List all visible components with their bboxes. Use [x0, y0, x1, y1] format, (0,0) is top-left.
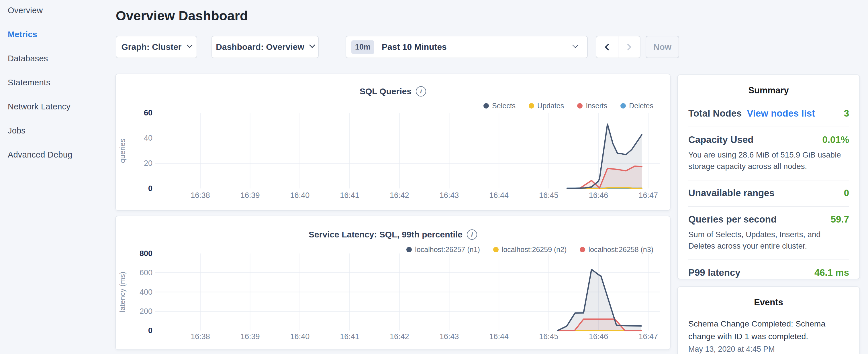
- event-timestamp: May 13, 2020 at 4:45 PM: [688, 345, 849, 354]
- sidebar-item-advanced-debug[interactable]: Advanced Debug: [8, 150, 115, 160]
- toolbar-divider: [333, 36, 333, 58]
- legend-label: localhost:26258 (n3): [588, 246, 653, 254]
- time-range-badge: 10m: [351, 40, 374, 54]
- sidebar-item-network-latency[interactable]: Network Latency: [8, 102, 115, 111]
- x-tick-label: 16:41: [340, 191, 359, 200]
- y-tick-label: 0: [148, 184, 152, 193]
- y-tick-label: 200: [140, 307, 152, 316]
- legend-label: Inserts: [586, 102, 607, 110]
- x-tick-label: 16:39: [241, 191, 260, 200]
- y-tick-label: 0: [148, 326, 152, 335]
- x-tick-label: 16:45: [539, 332, 559, 341]
- x-tick-label: 16:44: [489, 332, 509, 341]
- legend-dot-icon: [484, 103, 489, 108]
- sidebar-item-jobs[interactable]: Jobs: [8, 126, 115, 135]
- summary-row-label: Unavailable ranges: [688, 188, 775, 198]
- sidebar-item-metrics[interactable]: Metrics: [8, 30, 115, 39]
- sidebar-item-databases[interactable]: Databases: [8, 54, 115, 63]
- sidebar-item-statements[interactable]: Statements: [8, 78, 115, 87]
- summary-row-description: Sum of Selects, Updates, Inserts, and De…: [688, 229, 849, 252]
- x-tick-label: 16:43: [440, 332, 459, 341]
- sql-queries-plot-area: [155, 113, 660, 189]
- view-nodes-list-link[interactable]: View nodes list: [747, 108, 815, 119]
- time-step-buttons: [596, 36, 641, 58]
- info-icon[interactable]: i: [467, 229, 477, 240]
- summary-row: Queries per second59.7Sum of Selects, Up…: [688, 207, 849, 260]
- legend-label: localhost:26259 (n2): [502, 246, 567, 254]
- chart-legend: localhost:26257 (n1)localhost:26259 (n2)…: [406, 246, 653, 254]
- legend-label: Selects: [492, 102, 516, 110]
- info-icon[interactable]: i: [416, 86, 426, 97]
- legend-item[interactable]: Updates: [529, 102, 564, 110]
- summary-row-label: Total Nodes: [688, 108, 742, 119]
- legend-item[interactable]: Inserts: [577, 102, 607, 110]
- service-latency-chart-card: Service Latency: SQL, 99th percentile i …: [115, 216, 671, 350]
- legend-label: Deletes: [629, 102, 653, 110]
- graph-scope-dropdown[interactable]: Graph: Cluster: [116, 36, 197, 58]
- summary-row-value: 3: [844, 108, 849, 119]
- legend-item[interactable]: localhost:26259 (n2): [493, 246, 567, 254]
- legend-item[interactable]: Deletes: [620, 102, 653, 110]
- sidebar-item-overview[interactable]: Overview: [8, 6, 115, 15]
- y-axis-unit-label: queries: [118, 113, 127, 189]
- legend-dot-icon: [406, 247, 412, 252]
- summary-row-value: 0: [844, 188, 849, 198]
- summary-rows: Total NodesView nodes list3Capacity Used…: [678, 96, 859, 286]
- time-step-forward-button[interactable]: [618, 36, 640, 58]
- legend-item[interactable]: localhost:26258 (n3): [580, 246, 653, 254]
- y-tick-label: 400: [140, 288, 152, 296]
- y-tick-label: 60: [144, 108, 152, 118]
- legend-dot-icon: [620, 103, 626, 108]
- legend-label: Updates: [537, 102, 564, 110]
- chart-title: Service Latency: SQL, 99th percentile: [309, 230, 463, 239]
- sql-queries-chart-card: SQL Queries i SelectsUpdatesInsertsDelet…: [115, 74, 671, 211]
- legend-dot-icon: [493, 247, 499, 252]
- x-axis-tick-labels: 16:3816:3916:4016:4116:4216:4316:4416:45…: [155, 191, 660, 201]
- summary-row-value: 0.01%: [822, 134, 849, 145]
- chevron-left-icon: [604, 43, 612, 51]
- chevron-down-icon: [309, 42, 315, 48]
- dashboard-dropdown[interactable]: Dashboard: Overview: [212, 36, 319, 58]
- legend-label: localhost:26257 (n1): [415, 246, 480, 254]
- x-axis-tick-labels: 16:3816:3916:4016:4116:4216:4316:4416:45…: [155, 332, 660, 342]
- x-tick-label: 16:46: [589, 332, 608, 341]
- y-tick-label: 40: [144, 134, 152, 142]
- summary-row: Total NodesView nodes list3: [688, 101, 849, 127]
- legend-dot-icon: [529, 103, 534, 108]
- legend-item[interactable]: Selects: [484, 102, 516, 110]
- x-tick-label: 16:39: [241, 332, 260, 341]
- x-tick-label: 16:42: [390, 191, 409, 200]
- y-tick-label: 20: [144, 159, 152, 168]
- x-tick-label: 16:40: [290, 332, 310, 341]
- event-item[interactable]: Schema Change Completed: Schema change w…: [678, 308, 859, 354]
- x-tick-label: 16:45: [539, 191, 559, 200]
- event-text: Schema Change Completed: Schema change w…: [688, 317, 849, 343]
- y-axis-tick-labels: 0204060: [126, 113, 152, 189]
- events-panel: Events Schema Change Completed: Schema c…: [677, 286, 860, 354]
- x-tick-label: 16:38: [191, 332, 210, 341]
- chevron-right-icon: [624, 43, 631, 51]
- dashboard-dropdown-label: Dashboard: Overview: [216, 42, 304, 52]
- chart-title: SQL Queries: [360, 87, 411, 96]
- graph-scope-dropdown-label: Graph: Cluster: [121, 42, 181, 52]
- chevron-down-icon: [572, 42, 578, 48]
- x-tick-label: 16:44: [489, 191, 509, 200]
- legend-dot-icon: [577, 103, 583, 108]
- x-tick-label: 16:40: [290, 191, 310, 200]
- summary-row-description: You are using 28.6 MiB of 515.9 GiB usab…: [688, 149, 849, 172]
- summary-row-value: 59.7: [831, 214, 849, 225]
- time-step-back-button[interactable]: [596, 36, 618, 58]
- events-list: Schema Change Completed: Schema change w…: [678, 308, 859, 354]
- service-latency-plot-area: [155, 254, 660, 330]
- time-range-select[interactable]: 10m Past 10 Minutes: [346, 36, 588, 58]
- summary-panel-title: Summary: [678, 75, 859, 96]
- y-axis-tick-labels: 0200400600800: [126, 254, 152, 330]
- legend-item[interactable]: localhost:26257 (n1): [406, 246, 480, 254]
- chart-legend: SelectsUpdatesInsertsDeletes: [484, 102, 653, 110]
- legend-dot-icon: [580, 247, 585, 252]
- now-button[interactable]: Now: [646, 36, 679, 58]
- x-tick-label: 16:41: [340, 332, 359, 341]
- summary-row-label: Capacity Used: [688, 134, 753, 145]
- x-tick-label: 16:46: [589, 191, 608, 200]
- x-tick-label: 16:38: [191, 191, 210, 200]
